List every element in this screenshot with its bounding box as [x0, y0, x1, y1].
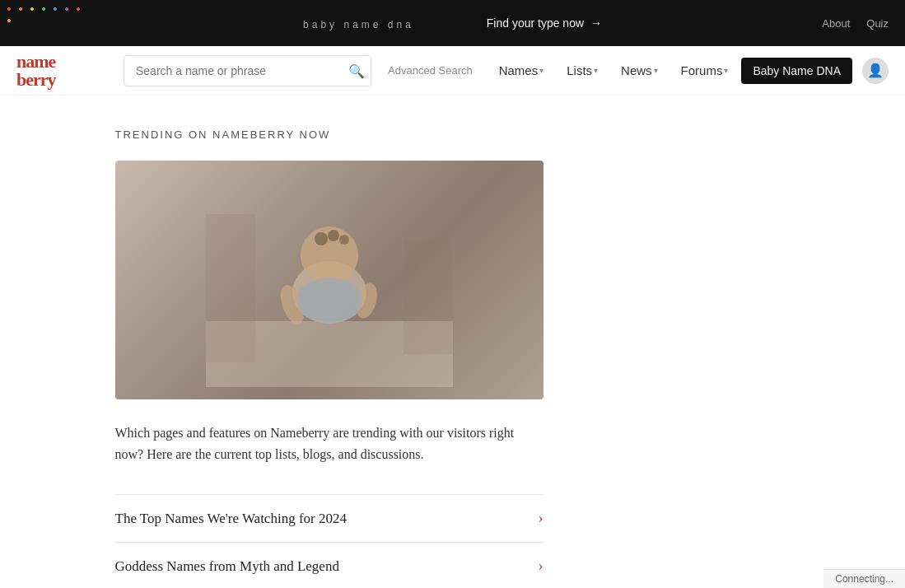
search-input[interactable] [124, 55, 371, 86]
banner-dna-logo: baby name dna [303, 16, 414, 30]
nav-forums-label: Forums [681, 63, 723, 77]
list-item-arrow: › [539, 510, 543, 527]
list-item[interactable]: The Top Names We're Watching for 2024 › [115, 494, 543, 542]
status-text: Connecting... [835, 573, 893, 585]
nav-dna-label: Baby Name DNA [753, 64, 841, 77]
advanced-search-link[interactable]: Advanced Search [388, 64, 473, 77]
hero-description: Which pages and features on Nameberry ar… [115, 422, 543, 464]
nav-forums[interactable]: Forums ▾ [671, 57, 739, 84]
main-content: Trending on Nameberry Now [99, 96, 807, 588]
search-icon: 🔍 [348, 63, 365, 77]
nav-lists-chevron: ▾ [594, 66, 598, 75]
nav-lists-label: Lists [567, 63, 592, 77]
logo-name: name [16, 53, 107, 71]
main-nav: Names ▾ Lists ▾ News ▾ Forums ▾ Baby Nam… [489, 57, 889, 84]
nav-names-chevron: ▾ [539, 66, 543, 75]
logo-link[interactable]: name berry [16, 53, 107, 89]
hero-svg [206, 173, 453, 387]
main-header: name berry 🔍 Advanced Search Names ▾ Lis… [0, 46, 905, 96]
banner-cta-link[interactable]: Find your type now → [487, 16, 602, 30]
nav-news-label: News [621, 63, 652, 77]
banner-cta-arrow: → [590, 16, 602, 30]
banner-center-content: baby name dna Find your type now → [303, 16, 602, 30]
nav-dna[interactable]: Baby Name DNA [741, 58, 852, 84]
top-banner: baby name dna Find your type now → About… [0, 0, 905, 46]
svg-point-3 [315, 232, 328, 245]
hero-image [115, 161, 543, 399]
banner-dots-decoration [0, 0, 91, 46]
banner-right-links: About Quiz [822, 17, 889, 30]
banner-cta-text: Find your type now [487, 16, 584, 30]
svg-rect-10 [404, 239, 453, 354]
nav-news-chevron: ▾ [654, 66, 658, 75]
svg-point-4 [328, 230, 339, 241]
hero-image-placeholder [115, 161, 543, 399]
search-container: 🔍 [124, 55, 371, 86]
banner-cta: Find your type now → [487, 16, 602, 30]
search-button[interactable]: 🔍 [348, 63, 365, 78]
svg-point-8 [296, 278, 362, 324]
status-bar: Connecting... [823, 569, 905, 588]
quiz-link[interactable]: Quiz [866, 17, 889, 30]
nav-forums-chevron: ▾ [724, 66, 728, 75]
nav-names[interactable]: Names ▾ [489, 57, 554, 84]
about-link[interactable]: About [822, 17, 850, 30]
logo-berry: berry [16, 71, 107, 89]
nav-lists[interactable]: Lists ▾ [557, 57, 608, 84]
list-item-label: The Top Names We're Watching for 2024 [115, 511, 347, 527]
section-title: Trending on Nameberry Now [115, 128, 791, 141]
list-item[interactable]: Goddess Names from Myth and Legend › [115, 542, 543, 588]
hero-description-text: Which pages and features on Nameberry ar… [115, 426, 515, 461]
list-item-arrow: › [539, 558, 543, 575]
trending-list: The Top Names We're Watching for 2024 › … [115, 494, 543, 588]
svg-point-5 [339, 235, 349, 245]
user-icon: 👤 [867, 63, 884, 78]
banner-dna-sublabel: baby name dna [303, 19, 414, 30]
list-item-label: Goddess Names from Myth and Legend [115, 558, 339, 575]
nav-names-label: Names [499, 63, 539, 77]
nav-news[interactable]: News ▾ [611, 57, 668, 84]
svg-rect-9 [206, 214, 255, 362]
user-avatar[interactable]: 👤 [862, 58, 889, 84]
